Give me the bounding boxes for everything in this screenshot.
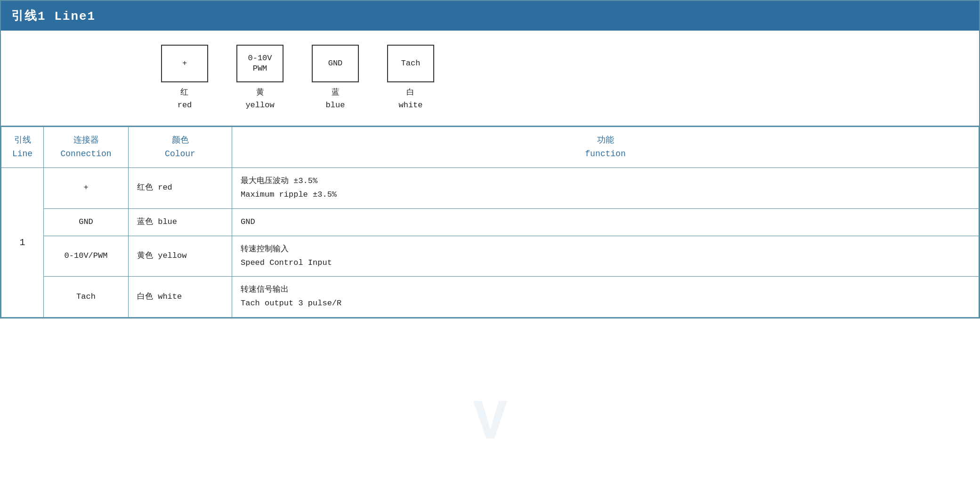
colour-white-label: 白色 white	[137, 292, 182, 301]
header-func-zh: 功能	[597, 135, 614, 145]
header-colour: 颜色 Colour	[129, 127, 232, 168]
conn-pwm-row: 0-10V/PWM	[44, 236, 129, 277]
conn-gnd-label: GND	[79, 217, 93, 226]
header-colour-zh: 颜色	[172, 135, 189, 145]
header-line: 引线 Line	[1, 127, 44, 168]
header-conn-zh: 连接器	[73, 135, 99, 145]
connector-label-plus: 红 red	[178, 86, 192, 112]
connector-tach: Tach 白 white	[387, 45, 434, 112]
table-row: GND 蓝色 blue GND	[1, 208, 979, 236]
func-tach-en: Tach output 3 pulse/R	[241, 297, 970, 311]
connector-en-tach: white	[398, 99, 422, 112]
connector-zh-plus: 红	[178, 86, 192, 99]
func-tach: 转速信号输出 Tach output 3 pulse/R	[232, 277, 979, 318]
func-ripple-en: Maximum ripple ±3.5%	[241, 188, 970, 202]
connector-en-pwm: yellow	[245, 99, 274, 112]
connector-box-gnd: GND	[312, 45, 359, 82]
page-title: 引线1 Line1	[11, 9, 96, 24]
connector-en-gnd: blue	[326, 99, 345, 112]
colour-white: 白色 white	[129, 277, 232, 318]
header-line-zh: 引线	[14, 135, 31, 145]
outer-table: 引线1 Line1 + 红 red 0-10VPWM	[0, 0, 980, 319]
connector-label-tach: 白 white	[398, 86, 422, 112]
func-speed-control: 转速控制输入 Speed Control Input	[232, 236, 979, 277]
data-table: 引线 Line 连接器 Connection 颜色 Colour	[1, 127, 979, 318]
connector-zh-gnd: 蓝	[326, 86, 345, 99]
header-conn-en: Connection	[60, 149, 111, 159]
colour-red-label: 红色 red	[137, 183, 172, 192]
connector-label-pwm: 黄 yellow	[245, 86, 274, 112]
conn-tach-row: Tach	[44, 277, 129, 318]
connector-en-plus: red	[178, 99, 192, 112]
func-ripple: 最大电压波动 ±3.5% Maximum ripple ±3.5%	[232, 167, 979, 208]
header-func: 功能 function	[232, 127, 979, 168]
func-speed-en: Speed Control Input	[241, 256, 970, 270]
func-ripple-zh: 最大电压波动 ±3.5%	[241, 175, 970, 188]
connector-gnd: GND 蓝 blue	[312, 45, 359, 112]
conn-pwm-label: 0-10V/PWM	[65, 251, 108, 260]
svg-text:V: V	[473, 391, 507, 455]
connector-zh-pwm: 黄	[245, 86, 274, 99]
diagram-cell: + 红 red 0-10VPWM 黄 yellow	[0, 31, 980, 126]
table-row: 1 + 红色 red 最大电压波动 ±3.5% Maximum ripple ±…	[1, 167, 979, 208]
colour-red: 红色 red	[129, 167, 232, 208]
connector-zh-tach: 白	[398, 86, 422, 99]
table-row: 0-10V/PWM 黄色 yellow 转速控制输入 Speed Control…	[1, 236, 979, 277]
connector-box-pwm: 0-10VPWM	[236, 45, 283, 82]
func-gnd: GND	[232, 208, 979, 236]
header-func-en: function	[585, 149, 625, 159]
func-gnd-zh: GND	[241, 215, 970, 229]
connector-plus: + 红 red	[161, 45, 208, 112]
line-number-1: 1	[1, 167, 44, 317]
header-connection: 连接器 Connection	[44, 127, 129, 168]
colour-yellow-label: 黄色 yellow	[137, 251, 186, 260]
conn-tach-label: Tach	[76, 292, 96, 301]
colour-blue: 蓝色 blue	[129, 208, 232, 236]
connector-pwm: 0-10VPWM 黄 yellow	[236, 45, 283, 112]
header-colour-en: Colour	[165, 149, 195, 159]
func-tach-zh: 转速信号输出	[241, 283, 970, 297]
table-row: Tach 白色 white 转速信号输出 Tach output 3 pulse…	[1, 277, 979, 318]
header-line-en: Line	[12, 149, 32, 159]
diagram-area: + 红 red 0-10VPWM 黄 yellow	[10, 45, 970, 112]
colour-blue-label: 蓝色 blue	[137, 217, 177, 226]
connector-box-plus: +	[161, 45, 208, 82]
connector-box-tach: Tach	[387, 45, 434, 82]
connector-label-gnd: 蓝 blue	[326, 86, 345, 112]
title-cell: 引线1 Line1	[0, 0, 980, 31]
colour-yellow: 黄色 yellow	[129, 236, 232, 277]
conn-gnd: GND	[44, 208, 129, 236]
conn-plus: +	[44, 167, 129, 208]
func-speed-zh: 转速控制输入	[241, 243, 970, 256]
conn-plus-label: +	[83, 183, 88, 192]
table-header-row: 引线 Line 连接器 Connection 颜色 Colour	[1, 127, 979, 168]
